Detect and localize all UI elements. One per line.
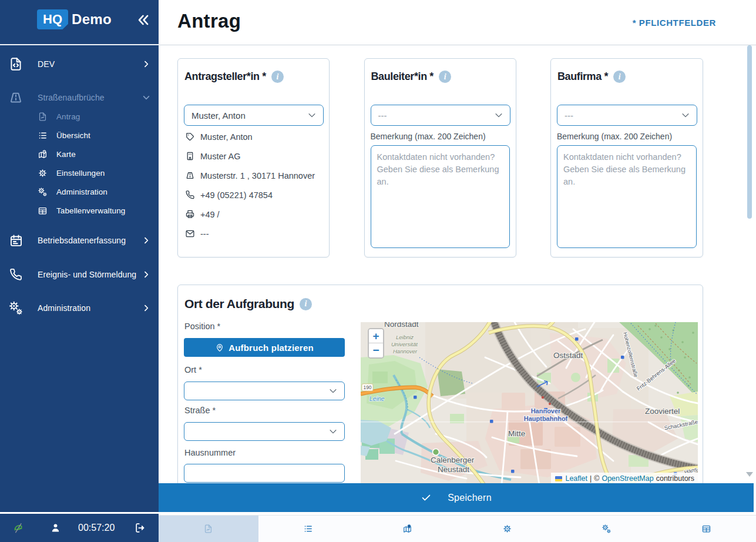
info-icon[interactable]: i	[613, 71, 626, 83]
strasse-label: Straße *	[184, 406, 216, 415]
sidebar-footer: 00:57:20	[0, 512, 159, 542]
ort-select[interactable]	[184, 382, 345, 400]
ukraine-flag-icon	[555, 476, 562, 481]
chevron-right-icon	[142, 236, 150, 245]
sidebar-item-dev[interactable]: DEV	[0, 52, 159, 76]
sidebar-item-administration-global[interactable]: Administration	[0, 296, 159, 320]
list-icon	[38, 131, 48, 140]
chevron-down-icon	[307, 110, 317, 121]
map-label-uni-1: Leibniz	[396, 334, 414, 340]
save-strip: Speichern	[159, 483, 756, 515]
detail-text: Muster, Anton	[200, 132, 253, 142]
chevron-right-icon	[142, 60, 150, 68]
sidebar-collapse-button[interactable]	[135, 12, 150, 28]
map-label-uni-2: Universität	[391, 341, 418, 347]
map-icon	[402, 524, 412, 534]
fax-icon	[185, 209, 195, 219]
sidebar-item-ereignis-stoermeldung[interactable]: Ereignis- und Störmeldung	[0, 263, 159, 286]
sidebar-item-label: Einstellungen	[56, 169, 105, 178]
sidebar-item-einstellungen[interactable]: Einstellungen	[0, 163, 159, 182]
detail-row-email: ---	[185, 224, 324, 243]
tab-einstellungen[interactable]	[458, 516, 557, 542]
page-title: Antrag	[177, 10, 241, 32]
sidebar-item-karte[interactable]: Karte	[0, 145, 159, 163]
sidebar-item-strassenaufbrueche[interactable]: Straßenaufbrüche	[0, 86, 159, 109]
speichern-button[interactable]: Speichern	[159, 483, 754, 512]
sidebar-item-antrag[interactable]: Antrag	[0, 107, 159, 126]
card-title-text: Antragsteller*in *	[184, 71, 266, 83]
sidebar-item-label: Karte	[56, 150, 76, 159]
hausnummer-input[interactable]	[184, 464, 345, 483]
baufirma-remark-textarea[interactable]	[557, 145, 697, 248]
map-label-leine: Leine	[369, 395, 385, 402]
road-icon	[185, 170, 195, 180]
phone-icon	[185, 190, 195, 200]
tab-uebersicht[interactable]	[258, 516, 358, 542]
gears-icon	[38, 187, 48, 197]
baufirma-select[interactable]: ---	[557, 105, 697, 126]
scrollbar-thumb[interactable]	[747, 45, 752, 219]
zoom-out-button[interactable]: −	[369, 343, 383, 357]
sidebar-item-label: Ereignis- und Störmeldung	[38, 270, 136, 279]
sidebar-item-administration[interactable]: Administration	[0, 182, 159, 201]
file-icon	[203, 524, 213, 534]
map-attribution: Leaflet | © OpenStreetMap contributors	[551, 473, 698, 484]
calendar-icon	[8, 233, 23, 248]
sidebar-item-label: Administration	[56, 188, 107, 196]
bauleiter-select[interactable]: ---	[371, 105, 510, 126]
logout-icon[interactable]	[134, 522, 146, 534]
session-timer: 00:57:20	[78, 523, 115, 533]
info-icon[interactable]: i	[439, 71, 451, 83]
antragsteller-card: Antragsteller*in * i Muster, Anton Muste…	[177, 58, 330, 257]
card-title-text: Bauleiter*in *	[371, 71, 434, 83]
info-icon[interactable]: i	[271, 71, 284, 83]
card-title: Bauleiter*in * i	[371, 71, 451, 83]
page-header: Antrag * PFLICHTFELDER	[159, 0, 756, 45]
check-icon	[421, 492, 432, 503]
user-profile-icon[interactable]	[50, 523, 61, 534]
info-icon[interactable]: i	[300, 298, 312, 310]
chevron-right-icon	[142, 304, 150, 312]
zoom-in-button[interactable]: +	[369, 329, 383, 343]
openstreetmap-link[interactable]: OpenStreetMap	[602, 474, 653, 483]
list-icon	[303, 524, 313, 534]
antragsteller-select[interactable]: Muster, Anton	[184, 105, 324, 126]
sidebar: HQ Demo DEV Straßenaufbrüche	[0, 0, 159, 542]
remark-label: Bemerkung (max. 200 Zeichen)	[371, 132, 486, 141]
aufbruch-platzieren-button[interactable]: Aufbruch platzieren	[184, 338, 345, 357]
sidebar-item-tabellenverwaltung[interactable]: Tabellenverwaltung	[0, 201, 159, 220]
sidebar-item-uebersicht[interactable]: Übersicht	[0, 126, 159, 145]
detail-row-company: Muster AG	[185, 146, 324, 166]
app-logo-text: Demo	[72, 9, 112, 29]
map-road-ref: 190	[363, 384, 371, 390]
detail-row-name: Muster, Anton	[185, 127, 324, 146]
bauleiter-remark-textarea[interactable]	[371, 145, 510, 248]
save-button-label: Speichern	[448, 493, 492, 503]
contact-details: Muster, Anton Muster AG Musterstr. 1 , 3…	[185, 127, 324, 243]
map-zoom-control: + −	[368, 328, 384, 359]
strasse-select[interactable]	[184, 422, 345, 441]
detail-row-phone: +49 (05221) 47854	[185, 185, 324, 205]
gear-icon	[38, 168, 48, 178]
double-chevron-left-icon	[135, 12, 150, 28]
bauleiter-card: Bauleiter*in * i --- Bemerkung (max. 200…	[364, 58, 516, 257]
map-label-mitte: Mitte	[508, 429, 525, 438]
card-title-text: Baufirma *	[557, 71, 608, 83]
map-label-nordstadt: Nordstadt	[384, 322, 419, 329]
tab-tabellenverwaltung[interactable]	[657, 516, 756, 542]
select-value: Muster, Anton	[191, 111, 246, 121]
select-value: ---	[378, 111, 387, 121]
file-code-icon	[8, 56, 23, 72]
tab-antrag[interactable]	[159, 516, 258, 542]
leaflet-link[interactable]: Leaflet	[565, 474, 587, 483]
leaflet-map[interactable]: 190 Nordstadt Leibniz Universität Hannov…	[361, 322, 698, 484]
tab-administration[interactable]	[557, 516, 657, 542]
eco-plant-icon[interactable]	[12, 521, 25, 535]
button-label: Aufbruch platzieren	[229, 343, 314, 353]
sidebar-item-label: Tabellenverwaltung	[56, 206, 125, 215]
sidebar-item-label: Übersicht	[56, 131, 90, 140]
tab-karte[interactable]	[358, 516, 458, 542]
detail-text: +49 /	[200, 210, 220, 219]
application-window: HQ Demo DEV Straßenaufbrüche	[0, 0, 756, 542]
sidebar-item-betriebsdatenerfassung[interactable]: Betriebsdatenerfassung	[0, 229, 159, 252]
